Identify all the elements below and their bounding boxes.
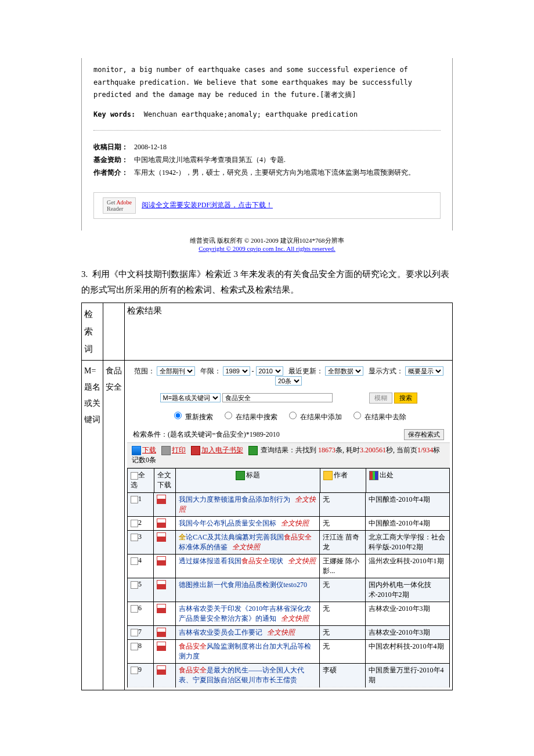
result-author: 无 [320,602,365,626]
received-date-value: 2008-12-18 [134,143,167,151]
result-author: 无 [320,493,365,517]
pdf-icon[interactable] [157,532,166,542]
table-row: 4透过媒体报道看我国食品安全现状全文快照王娜娅 陈小影...温州农业科技-201… [128,555,450,578]
result-author: 无 [320,626,365,640]
keyword-input[interactable] [222,393,333,402]
col-author[interactable]: 作者 [334,471,348,479]
year-from-select[interactable]: 1989 [223,366,250,376]
col-header-results: 检索结果 [125,303,453,360]
shelf-link[interactable]: 加入电子书架 [201,446,243,454]
result-title-link[interactable]: 德图推出新一代食用油品质检测仪testo270 [179,581,307,589]
download-link[interactable]: 下载 [142,446,156,454]
per-page-select[interactable]: 20条 [275,376,302,386]
row-checkbox[interactable] [131,629,138,636]
adobe-reader-badge[interactable]: Get AdobeReader [103,197,136,214]
row-checkbox[interactable] [131,605,138,613]
update-select[interactable]: 全部数据 [325,366,363,376]
received-date-label: 收稿日期： [93,143,128,151]
range-select[interactable]: 全部期刊 [157,366,195,376]
select-all-checkbox[interactable] [131,472,138,480]
year-to-select[interactable]: 2010 [256,366,283,376]
pdf-icon[interactable] [157,519,166,528]
shelf-icon [191,446,200,455]
result-title-link[interactable]: 食品安全风险监测制度将出台加大乳品等检测力度 [179,642,311,660]
copyright-line1: 维普资讯 版权所有 © 2001-2009 建议用1024*768分辨率 [190,237,344,244]
pdf-icon[interactable] [157,665,166,675]
result-title-link[interactable]: 我国大力度整顿滥用食品添加剂行为 [179,495,290,503]
row-checkbox[interactable] [131,557,138,565]
result-source: 吉林农业-2010年3期 [365,626,449,640]
year-label: 年限： [200,367,221,375]
fuzzy-button[interactable]: 模糊 [369,393,392,404]
author-bio-label: 作者简介： [93,168,128,177]
fund-value: 中国地震局汶川地震科学考查项目第五（4）专题. [134,156,286,164]
col-header-blank [103,303,125,360]
result-author: 无 [320,517,365,531]
fund-label: 基金资助： [93,156,128,164]
row-checkbox[interactable] [131,667,138,674]
result-author: 王娜娅 陈小影... [320,555,365,578]
table-row: 3全论CAC及其法典编纂对完善我国食品安全标准体系的借鉴全文快照汪江连 苗奇龙北… [128,531,450,555]
pdf-icon[interactable] [157,628,166,637]
range-label: 范围： [134,367,155,375]
save-query-button[interactable]: 保存检索式 [404,429,444,440]
pdf-icon[interactable] [157,556,166,566]
print-icon [161,446,171,455]
copyright-line2-link[interactable]: Copyright © 2009 cqvip com Inc. All righ… [199,245,335,252]
pdf-download-link[interactable]: 阅读全文需要安装PDF浏览器，点击下载！ [142,200,273,210]
result-page: 1/934 [417,446,433,454]
result-source: 中国酿造-2010年4期 [365,517,449,531]
row-checkbox[interactable] [131,534,138,541]
radio-new-search[interactable]: 重新搜索 [171,413,213,421]
table-row: 2我国今年公布乳品质量安全国标全文快照无中国酿造-2010年4期 [128,517,450,531]
table-row: 6吉林省农委关于印发《2010年吉林省深化农产品质量安全整治方案》的通知全文快照… [128,602,450,626]
result-title-link[interactable]: 透过媒体报道看我国食品安全现状 [179,557,283,565]
search-term-field: M=题名或关键词 [82,360,103,690]
col-fulltext[interactable]: 全文下载 [154,469,176,492]
question-text: 利用《中文科技期刊数据库》检索近 3 年来发表的有关食品安全方面的研究论文。要求… [81,269,449,294]
row-checkbox[interactable] [131,520,138,527]
fulltext-snapshot[interactable]: 全文快照 [281,519,309,527]
update-label: 最近更新： [288,367,323,375]
result-title-link[interactable]: 吉林省农业委员会工作要记 [179,628,262,636]
row-checkbox[interactable] [131,643,138,650]
result-title-link[interactable]: 我国今年公布乳品质量安全国标 [179,519,276,527]
title-icon [236,471,245,480]
author-icon [323,471,333,480]
pdf-icon[interactable] [157,495,166,504]
fulltext-snapshot[interactable]: 全文快照 [281,614,309,622]
search-button[interactable]: 搜索 [394,393,417,404]
table-row: 7吉林省农业委员会工作要记全文快照无吉林农业-2010年3期 [128,626,450,640]
col-title[interactable]: 标题 [246,471,260,479]
result-source: 中国酿造-2010年4期 [365,493,449,517]
row-checkbox[interactable] [131,496,138,503]
fulltext-snapshot[interactable]: 全文快照 [267,628,295,636]
result-source: 中国质量万里行-2010年4期 [365,664,449,687]
pdf-icon[interactable] [157,580,166,589]
result-author: 李硕 [320,664,365,687]
result-source: 国内外机电一体化技术-2010年2期 [365,578,449,602]
pdf-icon[interactable] [157,642,166,651]
gold-badge: 全 [179,533,186,541]
display-label: 显示方式： [369,367,403,375]
fulltext-snapshot[interactable]: 全文快照 [232,543,260,551]
source-icon [369,471,378,480]
abstract-text: monitor, a big number of earthquake case… [93,64,441,102]
display-select[interactable]: 概要显示 [405,366,443,376]
table-row: 5德图推出新一代食用油品质检测仪testo270无国内外机电一体化技术-2010… [128,578,450,602]
table-row: 9食品安全是最大的民生——访全国人大代表、宁夏回族自治区银川市市长王儒贵李硕中国… [128,664,450,687]
col-source[interactable]: 出处 [380,471,394,479]
field-select[interactable]: M=题名或关键词 [160,393,221,402]
fulltext-snapshot[interactable]: 全文快照 [288,557,316,565]
radio-in-results[interactable]: 在结果中搜索 [222,413,277,421]
keywords-value: Wenchuan earthquake;anomaly; earthquake … [144,110,358,118]
radio-add-results[interactable]: 在结果中添加 [286,413,342,421]
radio-remove-results[interactable]: 在结果中去除 [351,413,406,421]
col-header-term: 检索词 [82,303,103,360]
print-link[interactable]: 打印 [172,446,186,454]
row-checkbox[interactable] [131,581,138,589]
search-term-value: 食品安全 [103,360,125,690]
result-title-link[interactable]: 食品安全是最大的民生——访全国人大代表、宁夏回族自治区银川市市长王儒贵 [179,666,304,684]
pdf-icon[interactable] [157,604,166,613]
result-source: 北京工商大学学报：社会科学版-2010年2期 [365,531,449,555]
